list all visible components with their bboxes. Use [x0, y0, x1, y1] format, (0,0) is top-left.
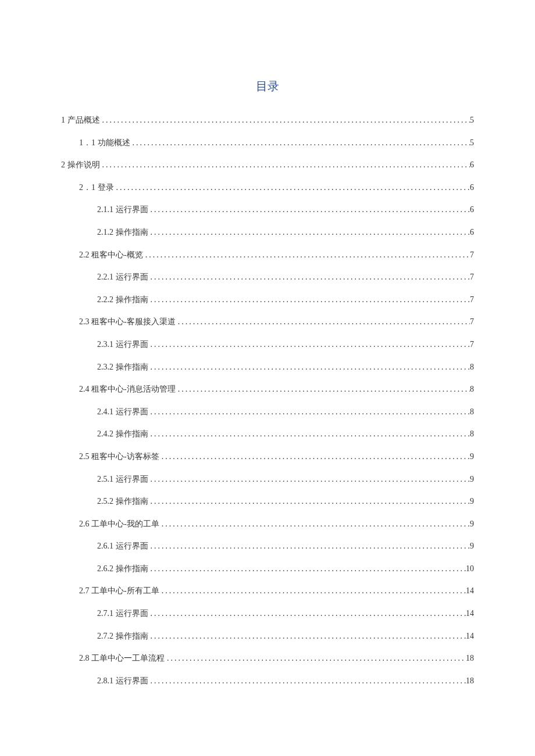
toc-entry-dots — [165, 653, 466, 664]
toc-entry-label: 2．1 登录 — [79, 182, 114, 194]
toc-entry-page: 14 — [466, 630, 474, 642]
toc-entry-page: 6 — [470, 182, 474, 194]
toc-title: 目录 — [61, 78, 474, 94]
toc-entry-dots — [148, 563, 466, 575]
toc-entry[interactable]: 2．1 登录6 — [61, 182, 474, 194]
toc-entry-dots — [148, 608, 466, 619]
toc-entry[interactable]: 2.6 工单中心-我的工单9 — [61, 518, 474, 530]
toc-entry-label: 2.1.2 操作指南 — [97, 227, 148, 238]
toc-entry-page: 6 — [470, 227, 474, 238]
toc-entry-dots — [100, 159, 470, 171]
toc-entry-page: 9 — [470, 474, 474, 485]
toc-entry-page: 7 — [470, 271, 474, 283]
toc-entry-page: 9 — [470, 451, 474, 463]
toc-entry-label: 2.2.2 操作指南 — [97, 294, 148, 306]
toc-entry-page: 14 — [466, 608, 474, 619]
toc-entry[interactable]: 2.3 租客中心-客服接入渠道7 — [61, 316, 474, 328]
toc-entry-page: 9 — [470, 518, 474, 530]
toc-entry-label: 1．1 功能概述 — [79, 137, 130, 149]
toc-entry-dots — [148, 474, 470, 485]
toc-entry-dots — [148, 271, 470, 283]
toc-entry-label: 2.5 租客中心-访客标签 — [79, 451, 159, 463]
toc-entry[interactable]: 2.2.1 运行界面7 — [61, 271, 474, 283]
toc-entry[interactable]: 2.1.1 运行界面6 — [61, 204, 474, 216]
toc-entry-page: 18 — [466, 675, 474, 687]
toc-entry-page: 8 — [470, 361, 474, 373]
toc-entry[interactable]: 2.8 工单中心一工单流程18 — [61, 653, 474, 664]
toc-entry[interactable]: 2.7.1 运行界面14 — [61, 608, 474, 619]
toc-entry-dots — [148, 428, 470, 440]
toc-entry[interactable]: 2.7.2 操作指南14 — [61, 630, 474, 642]
toc-entry-dots — [148, 406, 470, 418]
toc-entry-page: 18 — [466, 653, 474, 664]
toc-entry-page: 5 — [470, 137, 474, 149]
toc-entry[interactable]: 2.4 租客中心-消息活动管理8 — [61, 384, 474, 395]
toc-entry[interactable]: 2.7 工单中心-所有工单14 — [61, 585, 474, 597]
toc-entry[interactable]: 2.3.1 运行界面7 — [61, 339, 474, 350]
toc-entry-page: 10 — [466, 563, 474, 575]
toc-entry-label: 2.5.2 操作指南 — [97, 496, 148, 507]
toc-entry-page: 8 — [470, 428, 474, 440]
toc-entry-label: 2.2.1 运行界面 — [97, 271, 148, 283]
toc-entry-label: 2.7.2 操作指南 — [97, 630, 148, 642]
toc-entry[interactable]: 2.5 租客中心-访客标签9 — [61, 451, 474, 463]
toc-entry-dots — [148, 294, 470, 306]
toc-entry[interactable]: 2.4.1 运行界面8 — [61, 406, 474, 418]
toc-entry-dots — [176, 384, 470, 395]
toc-entry-page: 9 — [470, 496, 474, 507]
toc-entry[interactable]: 2.6.1 运行界面9 — [61, 540, 474, 552]
toc-entry-dots — [159, 518, 470, 530]
toc-entry-label: 2.7.1 运行界面 — [97, 608, 148, 619]
toc-entry-dots — [159, 451, 470, 463]
toc-entry-label: 2.4 租客中心-消息活动管理 — [79, 384, 176, 395]
toc-entry-dots — [148, 630, 466, 642]
toc-entry-page: 8 — [470, 384, 474, 395]
toc-entry[interactable]: 2.5.2 操作指南9 — [61, 496, 474, 507]
toc-entry-page: 6 — [470, 204, 474, 216]
toc-entry-page: 7 — [470, 339, 474, 350]
toc-entry-label: 2.1.1 运行界面 — [97, 204, 148, 216]
toc-entry-dots — [143, 249, 470, 261]
toc-entry-page: 9 — [470, 540, 474, 552]
toc-entry-page: 7 — [470, 316, 474, 328]
toc-entry-dots — [100, 114, 470, 126]
toc-entry[interactable]: 2.2.2 操作指南7 — [61, 294, 474, 306]
toc-list: 1 产品概述51．1 功能概述52 操作说明62．1 登录62.1.1 运行界面… — [61, 114, 474, 686]
toc-entry-page: 7 — [470, 249, 474, 261]
toc-entry[interactable]: 1 产品概述5 — [61, 114, 474, 126]
toc-entry-label: 2.6.2 操作指南 — [97, 563, 148, 575]
toc-entry-page: 6 — [470, 159, 474, 171]
toc-entry-page: 5 — [470, 114, 474, 126]
toc-entry-dots — [148, 496, 470, 507]
toc-entry[interactable]: 2.5.1 运行界面9 — [61, 474, 474, 485]
toc-entry-label: 2.7 工单中心-所有工单 — [79, 585, 159, 597]
toc-entry-label: 2.3 租客中心-客服接入渠道 — [79, 316, 176, 328]
toc-entry-label: 2.6 工单中心-我的工单 — [79, 518, 159, 530]
toc-entry-dots — [159, 585, 466, 597]
toc-entry-label: 2.8 工单中心一工单流程 — [79, 653, 165, 664]
toc-entry-label: 2.4.1 运行界面 — [97, 406, 148, 418]
toc-entry-dots — [130, 137, 470, 149]
toc-entry-dots — [148, 227, 470, 238]
toc-entry-dots — [148, 540, 470, 552]
toc-entry-label: 2 操作说明 — [61, 159, 100, 171]
toc-entry-page: 14 — [466, 585, 474, 597]
toc-entry[interactable]: 2.3.2 操作指南8 — [61, 361, 474, 373]
page-container: 目录 1 产品概述51．1 功能概述52 操作说明62．1 登录62.1.1 运… — [0, 0, 535, 686]
toc-entry[interactable]: 2 操作说明6 — [61, 159, 474, 171]
toc-entry-page: 8 — [470, 406, 474, 418]
toc-entry[interactable]: 2.6.2 操作指南10 — [61, 563, 474, 575]
toc-entry[interactable]: 2.4.2 操作指南8 — [61, 428, 474, 440]
toc-entry-label: 2.4.2 操作指南 — [97, 428, 148, 440]
toc-entry-label: 2.2 租客中心-概览 — [79, 249, 143, 261]
toc-entry-label: 2.6.1 运行界面 — [97, 540, 148, 552]
toc-entry[interactable]: 2.2 租客中心-概览7 — [61, 249, 474, 261]
toc-entry[interactable]: 2.8.1 运行界面18 — [61, 675, 474, 687]
toc-entry[interactable]: 1．1 功能概述5 — [61, 137, 474, 149]
toc-entry[interactable]: 2.1.2 操作指南6 — [61, 227, 474, 238]
toc-entry-dots — [114, 182, 470, 194]
toc-entry-dots — [148, 339, 470, 350]
toc-entry-label: 2.3.2 操作指南 — [97, 361, 148, 373]
toc-entry-label: 2.3.1 运行界面 — [97, 339, 148, 350]
toc-entry-dots — [148, 204, 470, 216]
